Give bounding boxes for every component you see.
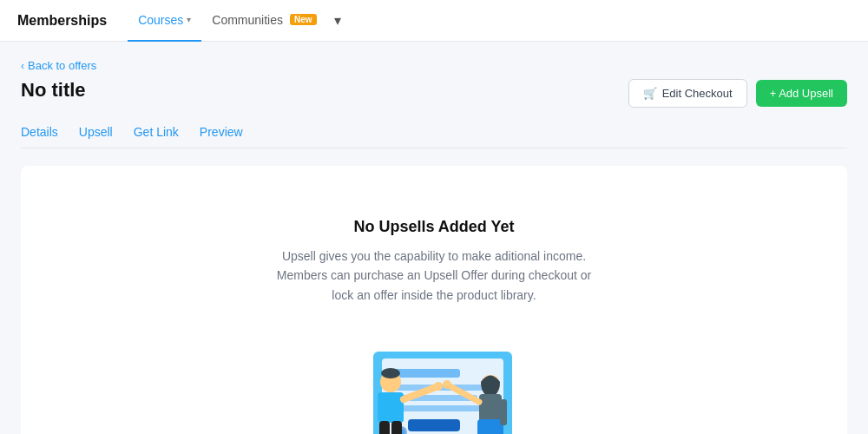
tab-get-link[interactable]: Get Link (134, 118, 179, 148)
sub-tabs: Details Upsell Get Link Preview (21, 118, 847, 148)
page-title: No title (21, 79, 86, 102)
back-chevron-icon: ‹ (21, 60, 24, 72)
empty-state-description: Upsell gives you the capability to make … (269, 247, 599, 305)
cart-icon: 🛒 (643, 87, 657, 100)
empty-state-title: No Upsells Added Yet (353, 218, 514, 236)
svg-rect-6 (408, 419, 460, 431)
nav-more-button[interactable]: ▾ (327, 0, 348, 42)
tab-preview[interactable]: Preview (200, 118, 243, 148)
back-to-offers-link[interactable]: ‹ Back to offers (21, 59, 847, 72)
header-actions: 🛒 Edit Checkout + Add Upsell (628, 79, 847, 108)
tab-upsell[interactable]: Upsell (79, 118, 113, 148)
svg-rect-27 (500, 399, 507, 425)
add-upsell-header-button[interactable]: + Add Upsell (756, 80, 847, 107)
courses-chevron-icon: ▾ (187, 15, 191, 24)
top-nav: Memberships Courses ▾ Communities New ▾ (0, 0, 868, 42)
svg-rect-24 (477, 419, 503, 434)
back-link-label: Back to offers (28, 59, 96, 72)
nav-brand: Memberships (17, 13, 107, 29)
svg-rect-18 (379, 421, 390, 434)
svg-rect-3 (391, 385, 495, 391)
content-wrapper: ‹ Back to offers No title 🛒 Edit Checkou… (0, 42, 868, 434)
svg-rect-2 (391, 369, 460, 378)
upsell-illustration (312, 326, 556, 434)
communities-new-badge: New (290, 14, 317, 25)
nav-item-courses-label: Courses (138, 13, 183, 27)
page-header: No title 🛒 Edit Checkout + Add Upsell (21, 79, 847, 108)
edit-checkout-button[interactable]: 🛒 Edit Checkout (628, 79, 747, 108)
svg-rect-15 (378, 392, 404, 423)
nav-item-communities-label: Communities (212, 13, 283, 27)
nav-item-communities[interactable]: Communities New (201, 0, 326, 42)
empty-state-card: No Upsells Added Yet Upsell gives you th… (21, 166, 847, 434)
tab-details[interactable]: Details (21, 118, 58, 148)
edit-checkout-label: Edit Checkout (662, 87, 733, 100)
svg-rect-5 (391, 405, 486, 411)
svg-point-26 (443, 380, 451, 389)
svg-rect-19 (391, 421, 402, 434)
add-upsell-header-label: + Add Upsell (770, 87, 833, 100)
svg-point-14 (381, 368, 400, 378)
svg-point-17 (434, 382, 443, 391)
nav-item-courses[interactable]: Courses ▾ (128, 0, 201, 42)
svg-rect-23 (479, 394, 502, 422)
